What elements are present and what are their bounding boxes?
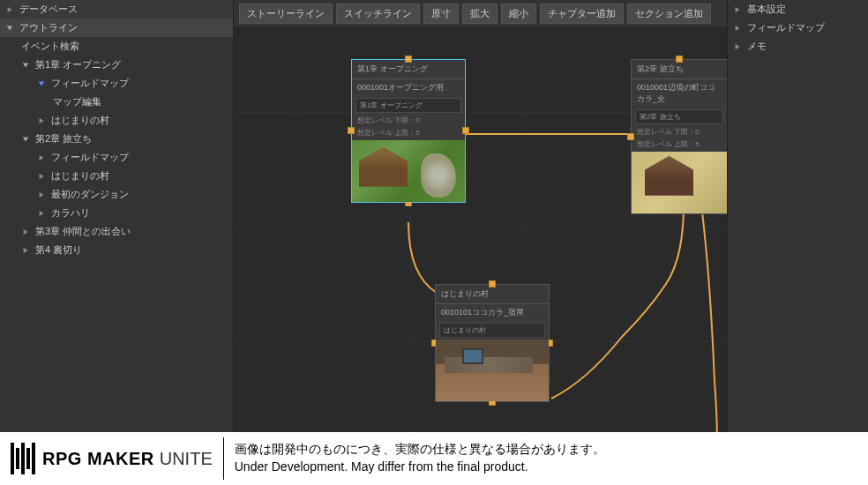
chevron-right-icon [5,5,14,14]
chevron-down-icon [5,24,14,33]
chevron-right-icon [21,246,30,255]
node-chapter-1[interactable]: 第1章 オープニング 0001001オープニング用 第1章 オープニング 想定レ… [351,59,466,203]
logo-icon [11,443,35,474]
sidebar-label: 第4 裏切り [35,243,82,257]
sidebar-label: 第2章 旅立ち [35,132,92,146]
sidebar-label: マップ編集 [53,95,101,108]
svg-rect-3 [26,448,30,469]
zoom-out-button[interactable]: 縮小 [501,4,536,24]
footer-note-jp: 画像は開発中のものにつき、実際の仕様と異なる場合があります。 [235,441,857,459]
node-field[interactable]: 第2章 旅立ち [635,109,723,124]
node-port-icon[interactable] [405,56,412,63]
chevron-right-icon [733,42,742,51]
logo-text-main: RPG MAKER [42,449,154,469]
sidebar-fieldmap-1[interactable]: フィールドマップ [0,74,233,93]
sidebar-label: イベント検索 [21,40,79,53]
switchline-button[interactable]: スイッチライン [336,4,420,24]
toolbar: ストーリーライン スイッチライン 原寸 拡大 縮小 チャプター追加 セクション追… [234,0,727,28]
sidebar-fieldmap-2[interactable]: フィールドマップ [0,148,233,167]
footer-banner: RPG MAKER UNITE 画像は開発中のものにつき、実際の仕様と異なる場合… [0,432,868,485]
chevron-right-icon [37,190,46,199]
node-thumbnail [352,140,465,202]
node-chapter-2[interactable]: 第2章 旅立ち 0010001辺境の町ココカラ_全 第2章 旅立ち 想定レベル … [631,59,727,214]
sidebar-label: フィールドマップ [51,151,129,164]
sidebar-right: 基本設定 フィールドマップ メモ [727,0,868,432]
node-field[interactable]: はじまりの村 [439,323,545,338]
right-basic-settings[interactable]: 基本設定 [728,0,868,19]
chevron-down-icon [37,79,46,88]
sidebar-label: フィールドマップ [51,77,129,90]
sidebar-label: データベース [19,3,78,16]
grid-line [296,28,296,432]
svg-rect-1 [16,448,19,469]
svg-rect-0 [11,443,14,474]
sidebar-label: カラハリ [51,206,90,220]
original-size-button[interactable]: 原寸 [423,4,459,24]
node-level-high: 想定レベル 上限：5 [352,127,465,139]
footer-note-en: Under Development. May differ from the f… [235,459,857,476]
sidebar-label: はじまりの村 [51,114,109,127]
add-chapter-button[interactable]: チャプター追加 [540,4,624,24]
grid-line [234,227,727,228]
footer-note: 画像は開発中のものにつき、実際の仕様と異なる場合があります。 Under Dev… [223,437,868,479]
sidebar-chapter-3[interactable]: 第3章 仲間との出会い [0,222,233,241]
sidebar-outline[interactable]: アウトライン [0,19,233,37]
sidebar-label: 第3章 仲間との出会い [35,225,131,238]
node-id: 0001001オープニング用 [352,79,465,96]
chevron-right-icon [37,172,46,181]
svg-rect-4 [32,443,35,474]
chevron-right-icon [37,209,46,218]
sidebar-chapter-2[interactable]: 第2章 旅立ち [0,130,233,148]
sidebar-chapter-1[interactable]: 第1章 オープニング [0,56,233,74]
node-title: はじまりの村 [436,285,549,304]
svg-rect-2 [21,443,25,474]
right-label: フィールドマップ [747,21,825,34]
storyline-button[interactable]: ストーリーライン [239,4,333,24]
chevron-right-icon [37,116,46,125]
sidebar-label: アウトライン [19,21,78,34]
chevron-right-icon [21,228,30,236]
zoom-in-button[interactable]: 拡大 [462,4,498,24]
chevron-right-icon [733,5,742,14]
sidebar-map-edit[interactable]: マップ編集 [0,93,233,111]
sidebar-database[interactable]: データベース [0,0,233,19]
sidebar-village-1[interactable]: はじまりの村 [0,111,233,130]
sidebar-village-2[interactable]: はじまりの村 [0,167,233,185]
right-memo[interactable]: メモ [728,37,868,56]
node-level-low: 想定レベル 下限：0 [632,126,727,138]
node-field[interactable]: 第1章 オープニング [355,98,461,113]
logo-text-sub: UNITE [160,449,213,469]
node-port-icon[interactable] [348,127,355,134]
right-label: メモ [747,40,767,53]
node-title: 第1章 オープニング [352,60,465,79]
sidebar-chapter-4[interactable]: 第4 裏切り [0,241,233,259]
chevron-down-icon [21,61,30,70]
node-port-icon[interactable] [462,127,469,134]
right-field-map[interactable]: フィールドマップ [728,19,868,37]
sidebar-label: 第1章 オープニング [35,58,121,71]
node-port-icon[interactable] [489,280,496,287]
chevron-down-icon [21,135,30,144]
add-section-button[interactable]: セクション追加 [627,4,711,24]
node-id: 0010101ココカラ_宿屋 [436,304,549,321]
node-id: 0010001辺境の町ココカラ_全 [632,79,727,108]
main-area: ストーリーライン スイッチライン 原寸 拡大 縮小 チャプター追加 セクション追… [234,0,727,432]
right-label: 基本設定 [747,3,786,16]
sidebar-label: はじまりの村 [51,169,109,183]
sidebar-dungeon-1[interactable]: 最初のダンジョン [0,185,233,204]
node-thumbnail [436,340,549,401]
sidebar-event-search[interactable]: イベント検索 [0,37,233,56]
node-level-high: 想定レベル 上限：5 [632,138,727,151]
sidebar-left: データベース アウトライン イベント検索 第1章 オープニング フィールドマップ… [0,0,234,432]
node-canvas[interactable]: 第1章 オープニング 0001001オープニング用 第1章 オープニング 想定レ… [234,28,727,432]
node-thumbnail [632,152,727,213]
footer-logo: RPG MAKER UNITE [0,443,223,474]
sidebar-label: 最初のダンジョン [51,188,129,201]
chevron-right-icon [37,153,46,162]
node-level-low: 想定レベル 下限：0 [352,115,465,127]
node-port-icon[interactable] [627,133,634,140]
node-title: 第2章 旅立ち [632,60,727,79]
sidebar-kalahari[interactable]: カラハリ [0,204,233,222]
node-village[interactable]: はじまりの村 0010101ココカラ_宿屋 はじまりの村 [435,284,550,402]
node-port-icon[interactable] [676,56,683,63]
